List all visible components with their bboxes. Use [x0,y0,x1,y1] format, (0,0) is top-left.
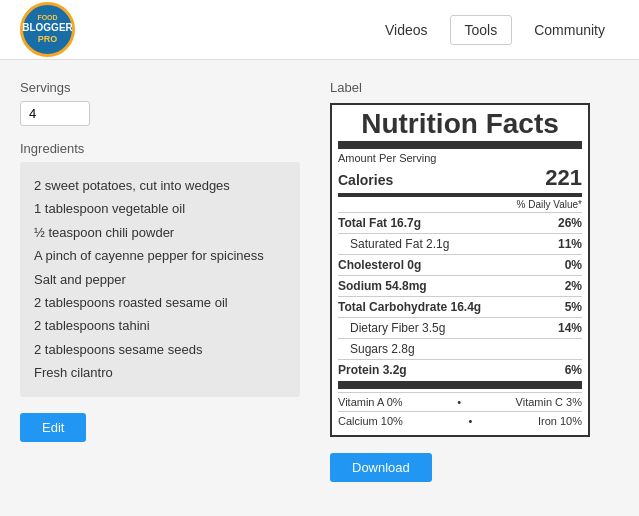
thick-bar-bottom [338,381,582,389]
vitamin-a: Vitamin A 0% [338,396,403,408]
nutrition-row-label-3: Sodium 54.8mg [338,279,427,293]
nutrition-row-label-5: Dietary Fiber 3.5g [338,321,445,335]
thin-bar-5 [338,317,582,318]
header: FOOD Blogger PRO Videos Tools Community [0,0,639,60]
nutrition-row-label-6: Sugars 2.8g [338,342,415,356]
thin-bar-6 [338,338,582,339]
dot-separator2: • [468,415,472,427]
nutrition-row-value-4: 5% [565,300,582,314]
ingredient-item: 1 tablespoon vegetable oil [34,197,286,220]
nav-tools[interactable]: Tools [450,15,513,45]
minerals-row: Calcium 10% • Iron 10% [338,411,582,430]
thin-bar-1 [338,233,582,234]
label-heading: Label [330,80,619,95]
ingredient-item: Salt and pepper [34,268,286,291]
nutrition-row-2: Cholesterol 0g0% [338,257,582,273]
nutrition-row-label-0: Total Fat 16.7g [338,216,421,230]
servings-label: Servings [20,80,300,95]
nav-videos[interactable]: Videos [371,16,442,44]
calories-label: Calories [338,172,393,188]
calcium: Calcium 10% [338,415,403,427]
nutrition-row-5: Dietary Fiber 3.5g14% [338,320,582,336]
nutrition-row-label-2: Cholesterol 0g [338,258,421,272]
calories-value: 221 [545,165,582,191]
nutrition-label: Nutrition Facts Amount Per Serving Calor… [330,103,590,437]
thin-bar-7 [338,359,582,360]
logo-blogger: Blogger [22,22,73,34]
nutrition-row-value-1: 11% [558,237,582,251]
logo: FOOD Blogger PRO [20,2,75,57]
nutrition-row-value-5: 14% [558,321,582,335]
vitamins-row: Vitamin A 0% • Vitamin C 3% [338,392,582,411]
nutrition-row-label-7: Protein 3.2g [338,363,407,377]
nutrition-row-label-1: Saturated Fat 2.1g [338,237,449,251]
calories-row: Calories 221 [338,165,582,191]
main-content: Servings Ingredients 2 sweet potatoes, c… [0,60,639,502]
medium-bar [338,193,582,197]
nutrition-row-value-3: 2% [565,279,582,293]
edit-button[interactable]: Edit [20,413,86,442]
nutrition-row-0: Total Fat 16.7g26% [338,215,582,231]
logo-food: FOOD [37,14,57,22]
nutrition-row-value-2: 0% [565,258,582,272]
amount-per: Amount Per Serving [338,152,582,164]
ingredients-label: Ingredients [20,141,300,156]
ingredient-item: 2 tablespoons tahini [34,314,286,337]
vitamin-c: Vitamin C 3% [516,396,582,408]
nutrition-row-6: Sugars 2.8g [338,341,582,357]
download-button[interactable]: Download [330,453,432,482]
left-panel: Servings Ingredients 2 sweet potatoes, c… [20,80,300,482]
ingredient-item: 2 tablespoons sesame seeds [34,338,286,361]
nutrition-title: Nutrition Facts [338,110,582,138]
thin-bar-4 [338,296,582,297]
iron: Iron 10% [538,415,582,427]
daily-value-header: % Daily Value* [338,199,582,210]
servings-input[interactable] [20,101,90,126]
ingredient-item: Fresh cilantro [34,361,286,384]
nutrition-row-3: Sodium 54.8mg2% [338,278,582,294]
thin-bar-3 [338,275,582,276]
nutrition-row-value-0: 26% [558,216,582,230]
thin-bar-2 [338,254,582,255]
ingredient-item: ½ teaspoon chili powder [34,221,286,244]
nutrition-row-label-4: Total Carbohydrate 16.4g [338,300,481,314]
nav: Videos Tools Community [371,15,619,45]
thick-bar-top [338,141,582,149]
thin-bar-0 [338,212,582,213]
logo-pro: PRO [38,34,58,45]
ingredients-box: 2 sweet potatoes, cut into wedges1 table… [20,162,300,397]
ingredient-item: 2 tablespoons roasted sesame oil [34,291,286,314]
nutrition-row-4: Total Carbohydrate 16.4g5% [338,299,582,315]
nav-community[interactable]: Community [520,16,619,44]
right-panel: Label Nutrition Facts Amount Per Serving… [330,80,619,482]
dot-separator: • [457,396,461,408]
nutrition-row-7: Protein 3.2g6% [338,362,582,378]
ingredient-item: 2 sweet potatoes, cut into wedges [34,174,286,197]
nutrition-row-value-7: 6% [565,363,582,377]
nutrition-row-1: Saturated Fat 2.1g11% [338,236,582,252]
ingredient-item: A pinch of cayenne pepper for spiciness [34,244,286,267]
